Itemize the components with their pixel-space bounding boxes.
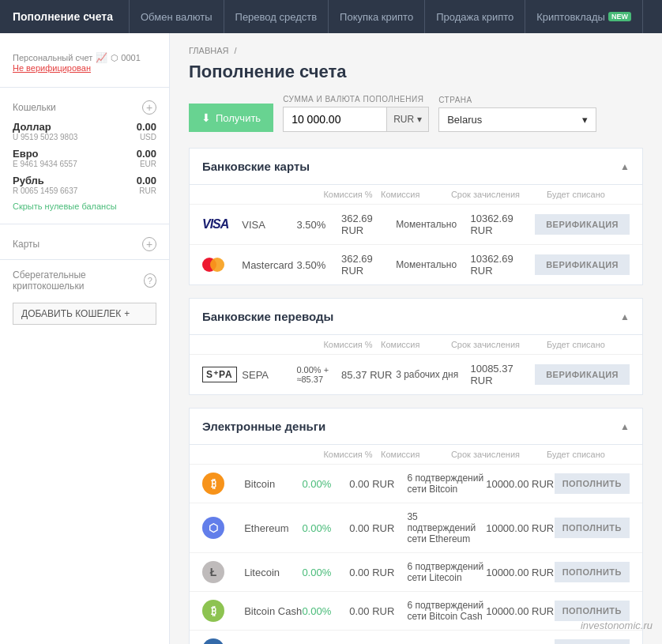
ltc-commission-pct: 0.00%	[302, 567, 349, 578]
btc-debited: 10000.00 RUR	[486, 478, 554, 490]
breadcrumb: ГЛАВНАЯ /	[189, 46, 643, 55]
ltc-fill-btn[interactable]: ПОПОЛНИТЬ	[555, 562, 630, 582]
visa-commission: 362.69 RUR	[341, 213, 396, 236]
visa-debited: 10362.69 RUR	[470, 213, 535, 236]
eth-commission-pct: 0.00%	[302, 522, 349, 534]
divider-2	[0, 224, 169, 224]
eth-logo: ⬡	[202, 517, 244, 539]
ltc-debited: 10000.00 RUR	[486, 567, 554, 578]
chevron-down-icon-country: ▾	[582, 114, 588, 126]
nav-brand: Пополнение счета	[13, 10, 113, 23]
mastercard-logo	[202, 258, 242, 272]
bch-timing: 6 подтверждений сети Bitcoin Cash	[407, 600, 486, 622]
eth-debited: 10000.00 RUR	[486, 522, 554, 534]
ltc-name: Litecoin	[244, 567, 302, 578]
account-label: Персональный счет 📈 ⬡ 0001	[13, 52, 156, 63]
btc-fill-btn[interactable]: ПОПОЛНИТЬ	[555, 473, 630, 494]
cards-section-title: Карты +	[0, 229, 169, 254]
sepa-debited: 10085.37 RUR	[470, 363, 535, 386]
amount-group: СУММА И ВАЛЮТА ПОПОЛНЕНИЯ RUR ▾	[283, 95, 429, 132]
ethereum-row: ⬡ Ethereum 0.00% 0.00 RUR 35 подтвержден…	[190, 503, 642, 552]
add-wallet-btn-small[interactable]: +	[142, 100, 156, 115]
eth-fill-btn[interactable]: ПОПОЛНИТЬ	[555, 518, 630, 538]
divider-3	[0, 259, 169, 260]
mc-commission: 362.69 RUR	[341, 253, 396, 277]
nav-item-buy-crypto[interactable]: Покупка крипто	[329, 0, 425, 33]
amount-input-container: RUR ▾	[283, 107, 429, 132]
bch-name: Bitcoin Cash	[244, 605, 302, 617]
eth-name: Ethereum	[244, 522, 302, 534]
wallet-usd: Доллар U 9519 5023 9803 0.00 USD	[0, 118, 169, 145]
emoney-header: Электронные деньги ▲	[190, 409, 642, 445]
account-status[interactable]: Не верифицирован	[13, 63, 156, 73]
bch-commission-pct: 0.00%	[302, 605, 349, 617]
sepa-verify-btn[interactable]: ВЕРИФИКАЦИЯ	[535, 364, 630, 385]
emoney-table-header: Комиссия % Комиссия Срок зачисления Буде…	[190, 445, 642, 464]
xrp-logo: ✦	[202, 638, 244, 644]
bank-transfers-section: Банковские переводы ▲ Комиссия % Комисси…	[189, 298, 643, 395]
bch-debited: 10000.00 RUR	[486, 605, 554, 617]
add-card-btn-small[interactable]: +	[142, 237, 156, 251]
wallet-rur: Рубль R 0065 1459 6637 0.00 RUR	[0, 171, 169, 198]
mc-commission-pct: 3.50%	[296, 259, 341, 271]
ltc-commission: 0.00 RUR	[349, 567, 407, 578]
receive-button[interactable]: ⬇ Получить	[189, 104, 273, 132]
nav-item-exchange[interactable]: Обмен валюты	[129, 0, 224, 33]
ltc-timing: 6 подтверждений сети Litecoin	[407, 561, 486, 583]
bitcoin-row: ₿ Bitcoin 0.00% 0.00 RUR 6 подтверждений…	[190, 464, 642, 503]
bank-cards-section: Банковские карты ▲ Комиссия % Комиссия С…	[189, 148, 643, 285]
visa-row: VISA VISA 3.50% 362.69 RUR Моментально 1…	[190, 204, 642, 244]
bank-cards-collapse-btn[interactable]: ▲	[620, 161, 630, 172]
nav-items: Обмен валюты Перевод средств Покупка кри…	[129, 0, 643, 33]
emoney-title: Электронные деньги	[202, 420, 325, 433]
btc-logo: ₿	[202, 473, 244, 495]
bch-fill-btn[interactable]: ПОПОЛНИТЬ	[555, 601, 630, 621]
visa-verify-btn[interactable]: ВЕРИФИКАЦИЯ	[535, 214, 630, 235]
currency-selector[interactable]: RUR ▾	[386, 107, 428, 131]
amount-input[interactable]	[284, 107, 386, 131]
main-layout: Персональный счет 📈 ⬡ 0001 Не верифициро…	[0, 33, 662, 644]
emoney-collapse-btn[interactable]: ▲	[620, 421, 630, 432]
main-content: ГЛАВНАЯ / Пополнение счета ⬇ Получить СУ…	[170, 33, 662, 644]
nav-item-crypto-deposits[interactable]: Криптовклады NEW	[525, 0, 643, 33]
visa-commission-pct: 3.50%	[296, 219, 341, 231]
sepa-commission-pct: 0.00% + ≈85.37	[296, 365, 341, 384]
ltc-logo: Ł	[202, 561, 244, 583]
mc-name: Mastercard	[242, 259, 296, 271]
litecoin-row: Ł Litecoin 0.00% 0.00 RUR 6 подтверждени…	[190, 552, 642, 591]
mc-circle-orange	[210, 258, 224, 272]
ripple-row: ✦ Ripple 0.00% 0.00 RUR Моментально 1000…	[190, 630, 642, 644]
crypto-wallets-help-btn[interactable]: ?	[144, 273, 156, 288]
xrp-fill-btn[interactable]: ПОПОЛНИТЬ	[555, 639, 630, 644]
visa-timing: Моментально	[396, 219, 470, 230]
bank-cards-title: Банковские карты	[202, 160, 310, 173]
nav-item-transfer[interactable]: Перевод средств	[224, 0, 329, 33]
country-group: СТРАНА Belarus ▾	[438, 96, 596, 132]
bch-logo: ₿	[202, 600, 244, 622]
visa-name: VISA	[242, 219, 296, 231]
nav-item-sell-crypto[interactable]: Продажа крипто	[425, 0, 525, 33]
bank-transfers-table-header: Комиссия % Комиссия Срок зачисления Буде…	[190, 335, 642, 354]
divider	[0, 87, 169, 88]
btc-commission: 0.00 RUR	[349, 478, 407, 490]
bank-cards-header: Банковские карты ▲	[190, 149, 642, 185]
hide-zero-link[interactable]: Скрыть нулевые балансы	[0, 198, 169, 219]
sepa-row: S⁺PA SEPA 0.00% + ≈85.37 85.37 RUR 3 раб…	[190, 354, 642, 394]
download-icon: ⬇	[201, 111, 211, 124]
bank-cards-table-header: Комиссия % Комиссия Срок зачисления Буде…	[190, 185, 642, 204]
sepa-timing: 3 рабочих дня	[396, 369, 470, 380]
account-section: Персональный счет 📈 ⬡ 0001 Не верифициро…	[0, 46, 169, 82]
add-wallet-full-btn[interactable]: ДОБАВИТЬ КОШЕЛЕК +	[13, 303, 156, 325]
sepa-name: SEPA	[242, 369, 296, 381]
eth-commission: 0.00 RUR	[349, 522, 407, 534]
deposit-form: ⬇ Получить СУММА И ВАЛЮТА ПОПОЛНЕНИЯ RUR…	[189, 95, 643, 132]
emoney-section: Электронные деньги ▲ Комиссия % Комиссия…	[189, 408, 643, 644]
btc-timing: 6 подтверждений сети Bitcoin	[407, 473, 486, 495]
plus-icon: +	[124, 308, 130, 319]
wallets-section-title: Кошельки +	[0, 92, 169, 118]
country-selector[interactable]: Belarus ▾	[438, 107, 596, 132]
wallet-eur: Евро E 9461 9434 6557 0.00 EUR	[0, 145, 169, 171]
mc-verify-btn[interactable]: ВЕРИФИКАЦИЯ	[535, 254, 630, 275]
mastercard-row: Mastercard 3.50% 362.69 RUR Моментально …	[190, 244, 642, 284]
bank-transfers-collapse-btn[interactable]: ▲	[620, 311, 630, 322]
